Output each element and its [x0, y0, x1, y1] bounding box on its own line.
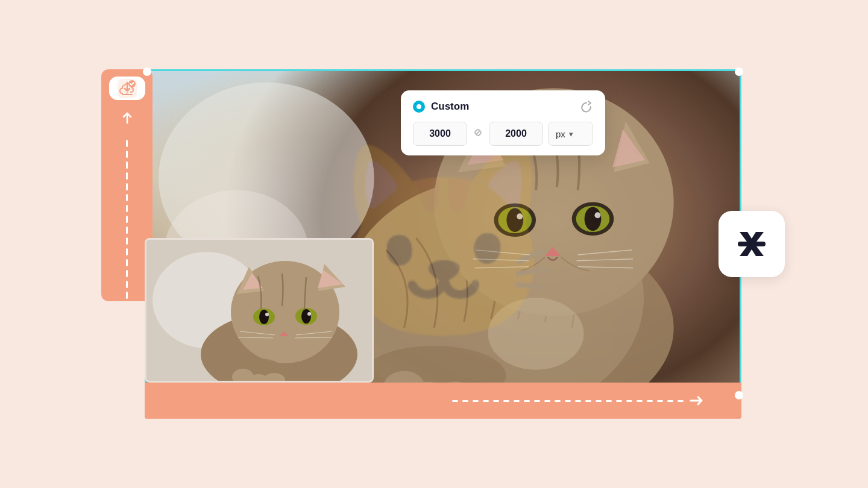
corner-handle-top-right[interactable] — [735, 67, 743, 76]
cloud-upload-icon — [116, 78, 138, 99]
svg-point-13 — [506, 208, 523, 232]
svg-line-19 — [473, 259, 529, 261]
capcut-logo-box — [719, 211, 785, 277]
svg-point-45 — [307, 312, 311, 316]
bottom-bar — [145, 383, 741, 419]
dashed-vertical-line — [126, 137, 128, 301]
width-input[interactable] — [413, 122, 467, 146]
svg-point-42 — [259, 310, 269, 324]
corner-handle-bottom-right[interactable] — [735, 391, 743, 399]
svg-point-44 — [265, 313, 269, 316]
reset-button[interactable] — [580, 100, 593, 113]
thumbnail-image — [145, 238, 374, 383]
svg-marker-17 — [545, 247, 561, 256]
radio-button-custom[interactable] — [413, 101, 425, 113]
link-chain-icon — [473, 127, 483, 138]
chevron-down-icon: ▾ — [569, 130, 573, 139]
height-input[interactable] — [489, 122, 543, 146]
svg-point-14 — [585, 207, 602, 231]
svg-line-56 — [477, 131, 479, 134]
panel-header: Custom — [413, 100, 593, 113]
custom-panel: Custom px ▾ — [401, 90, 605, 155]
arrow-up-icon — [121, 111, 134, 131]
svg-point-16 — [594, 212, 600, 218]
svg-point-43 — [301, 309, 311, 324]
panel-inputs: px ▾ — [413, 122, 593, 146]
reset-icon-svg — [580, 100, 593, 113]
svg-rect-55 — [738, 242, 766, 246]
svg-point-9 — [494, 203, 536, 237]
svg-line-20 — [475, 267, 529, 268]
svg-point-15 — [517, 213, 523, 219]
arrow-right-head — [688, 394, 705, 407]
main-container: Custom px ▾ — [72, 45, 796, 443]
link-icon — [472, 127, 484, 140]
corner-handle-top-left[interactable] — [143, 67, 151, 76]
radio-dot-inner — [417, 104, 421, 109]
capcut-logo-icon — [731, 223, 773, 265]
panel-header-left: Custom — [413, 101, 469, 113]
cloud-upload-box[interactable] — [109, 77, 145, 100]
svg-point-11 — [498, 207, 532, 233]
svg-line-18 — [476, 250, 530, 255]
unit-value: px — [556, 129, 565, 139]
unit-dropdown[interactable]: px ▾ — [548, 122, 593, 146]
thumbnail-cat-svg — [146, 240, 374, 383]
custom-label: Custom — [431, 101, 469, 113]
svg-point-28 — [488, 298, 584, 369]
dashed-arrow-right — [452, 394, 705, 407]
